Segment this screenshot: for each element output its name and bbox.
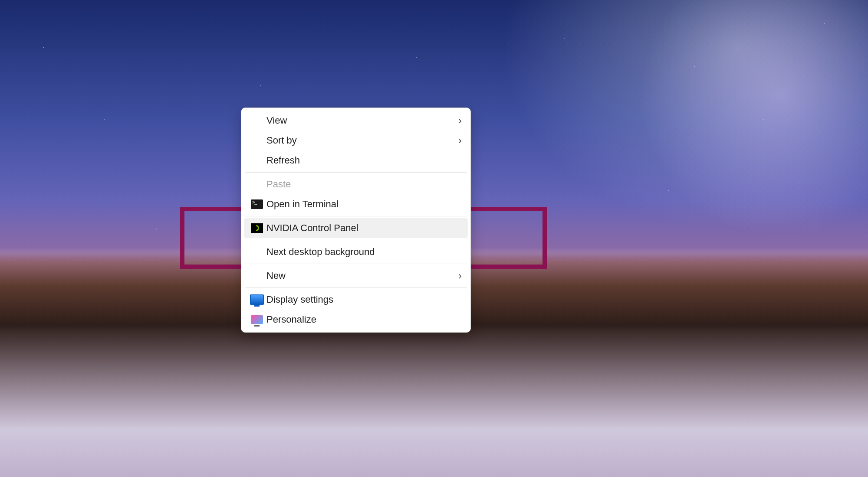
menu-item-display-settings[interactable]: Display settings bbox=[244, 290, 468, 310]
menu-label-next-bg: Next desktop background bbox=[266, 246, 462, 258]
menu-separator bbox=[245, 264, 467, 264]
desktop-context-menu: View › Sort by › Refresh Paste Open in T… bbox=[241, 108, 471, 333]
personalize-icon bbox=[247, 315, 266, 324]
menu-item-next-desktop-background[interactable]: Next desktop background bbox=[244, 242, 468, 262]
menu-item-view[interactable]: View › bbox=[244, 111, 468, 131]
menu-label-open-terminal: Open in Terminal bbox=[266, 199, 462, 210]
menu-label-sort-by: Sort by bbox=[266, 135, 458, 146]
chevron-right-icon: › bbox=[458, 271, 462, 281]
menu-separator bbox=[245, 172, 467, 173]
menu-label-nvidia: NVIDIA Control Panel bbox=[266, 222, 462, 234]
menu-label-paste: Paste bbox=[266, 179, 462, 190]
chevron-right-icon: › bbox=[458, 135, 462, 146]
terminal-icon bbox=[247, 199, 266, 209]
menu-separator bbox=[245, 240, 467, 240]
menu-separator bbox=[245, 216, 467, 216]
menu-item-nvidia-control-panel[interactable]: NVIDIA Control Panel bbox=[244, 218, 468, 238]
menu-label-view: View bbox=[266, 115, 458, 126]
menu-label-new: New bbox=[266, 270, 458, 281]
menu-separator bbox=[245, 288, 467, 288]
menu-label-personalize: Personalize bbox=[266, 314, 462, 325]
display-icon bbox=[247, 294, 266, 305]
chevron-right-icon: › bbox=[458, 115, 462, 126]
menu-label-display-settings: Display settings bbox=[266, 294, 462, 305]
menu-label-refresh: Refresh bbox=[266, 155, 462, 166]
menu-item-paste: Paste bbox=[244, 174, 468, 194]
nvidia-icon bbox=[247, 223, 266, 233]
menu-item-open-terminal[interactable]: Open in Terminal bbox=[244, 194, 468, 214]
menu-item-new[interactable]: New › bbox=[244, 266, 468, 286]
menu-item-refresh[interactable]: Refresh bbox=[244, 150, 468, 170]
menu-item-personalize[interactable]: Personalize bbox=[244, 310, 468, 330]
menu-item-sort-by[interactable]: Sort by › bbox=[244, 131, 468, 150]
